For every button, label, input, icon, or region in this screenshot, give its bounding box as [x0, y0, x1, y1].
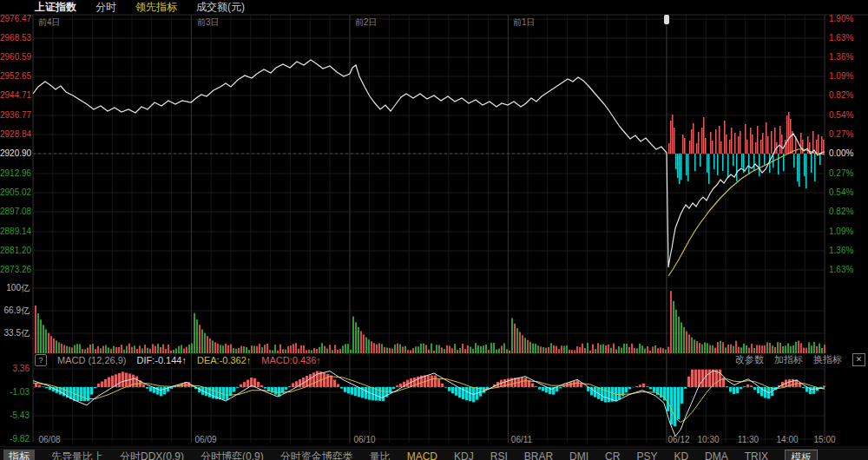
indicator-tab-5[interactable]: 量比	[370, 450, 391, 460]
help-icon[interactable]: ?	[35, 354, 47, 366]
indicator-tab-macd[interactable]: MACD	[407, 450, 437, 460]
index-title: 上证指数	[35, 0, 76, 15]
stock-chart-window: 上证指数 分时 领先指标 成交额(元) 2976.472968.532960.5…	[0, 0, 868, 460]
close-icon[interactable]: ✕	[852, 353, 865, 366]
macd-dif-value: DIF:-0.144↑	[136, 355, 186, 365]
change-params-button[interactable]: 改参数	[735, 353, 764, 366]
lead-indicator-toggle[interactable]: 领先指标	[135, 0, 177, 15]
indicator-tab-1[interactable]: 先导量比上	[51, 450, 103, 460]
indicator-tab-11[interactable]: CR	[605, 450, 620, 460]
indicator-tab-10[interactable]: DMI	[569, 450, 589, 460]
indicator-tab-12[interactable]: PSY	[636, 450, 657, 460]
switch-indicator-button[interactable]: 换指标	[813, 353, 842, 366]
indicator-tab-8[interactable]: RSI	[490, 450, 508, 460]
indicator-tab-2[interactable]: 分时DDX(0.9)	[120, 450, 184, 460]
macd-buttons: 改参数 加指标 换指标 ✕	[735, 353, 865, 366]
macd-info-row: ? MACD (12,26,9) DIF:-0.144↑ DEA:-0.362↑…	[35, 353, 321, 366]
macd-name: MACD (12,26,9)	[57, 355, 126, 365]
indicator-tab-15[interactable]: TRIX	[745, 450, 768, 460]
indicator-tab-14[interactable]: DMA	[705, 450, 728, 460]
chart-canvas	[0, 0, 868, 460]
indicator-tab-4[interactable]: 分时资金博弈类	[280, 450, 353, 460]
chart-header: 上证指数 分时 领先指标 成交额(元)	[35, 1, 245, 14]
pane-divider-handle[interactable]	[664, 15, 669, 24]
add-indicator-button[interactable]: 加指标	[774, 353, 803, 366]
macd-macd-value: MACD:0.436↑	[261, 355, 320, 365]
indicator-tab-3[interactable]: 分时博弈(0.9)	[201, 450, 264, 460]
macd-dea-value: DEA:-0.362↑	[197, 355, 251, 365]
indicator-tab-bar: 指标先导量比上分时DDX(0.9)分时博弈(0.9)分时资金博弈类量比MACDK…	[0, 449, 868, 460]
indicator-tab-7[interactable]: KDJ	[454, 450, 474, 460]
indicator-tab-13[interactable]: KD	[674, 450, 688, 460]
indicator-tab-9[interactable]: BRAR	[524, 450, 553, 460]
mode-intraday-toggle[interactable]: 分时	[95, 0, 116, 15]
indicator-tab-模板[interactable]: 模板	[785, 450, 818, 460]
amount-label: 成交额(元)	[196, 0, 245, 15]
indicator-tab-指标[interactable]: 指标	[3, 450, 35, 460]
